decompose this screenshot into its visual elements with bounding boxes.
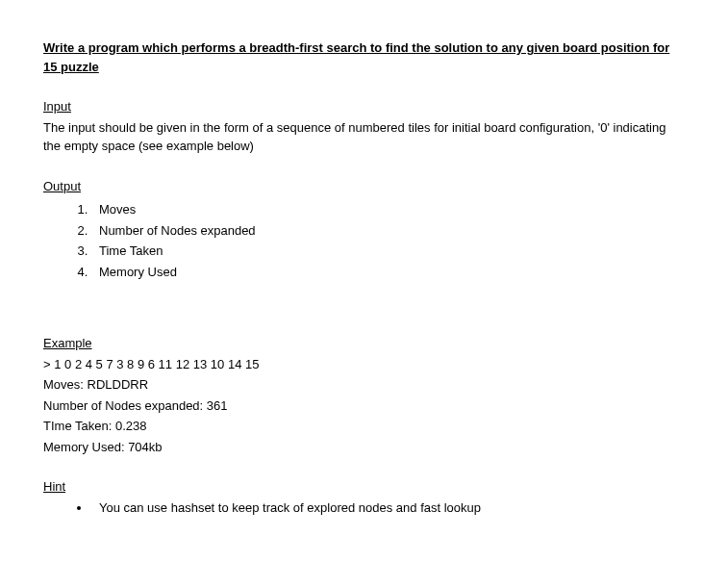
example-memory: Memory Used: 704kb [43, 438, 685, 457]
assignment-title: Write a program which performs a breadth… [43, 38, 685, 76]
output-section: Output Moves Number of Nodes expanded Ti… [43, 177, 685, 282]
example-heading: Example [43, 334, 685, 353]
example-section: Example > 1 0 2 4 5 7 3 8 9 6 11 12 13 1… [43, 334, 685, 456]
list-item: Memory Used [91, 263, 685, 282]
list-item: Time Taken [91, 242, 685, 261]
list-item: You can use hashset to keep track of exp… [91, 498, 685, 518]
hint-list: You can use hashset to keep track of exp… [91, 498, 685, 518]
list-item: Moves [91, 200, 685, 219]
example-nodes: Number of Nodes expanded: 361 [43, 396, 685, 416]
list-item: Number of Nodes expanded [91, 221, 685, 241]
input-heading: Input [43, 97, 685, 116]
input-section: Input The input should be given in the f… [43, 97, 685, 156]
hint-section: Hint You can use hashset to keep track o… [43, 477, 685, 517]
output-heading: Output [43, 177, 685, 196]
output-list: Moves Number of Nodes expanded Time Take… [91, 200, 685, 281]
example-input: > 1 0 2 4 5 7 3 8 9 6 11 12 13 10 14 15 [43, 355, 685, 374]
hint-heading: Hint [43, 477, 685, 497]
example-moves: Moves: RDLDDRR [43, 375, 685, 395]
input-text: The input should be given in the form of… [43, 118, 685, 156]
example-time: TIme Taken: 0.238 [43, 417, 685, 436]
